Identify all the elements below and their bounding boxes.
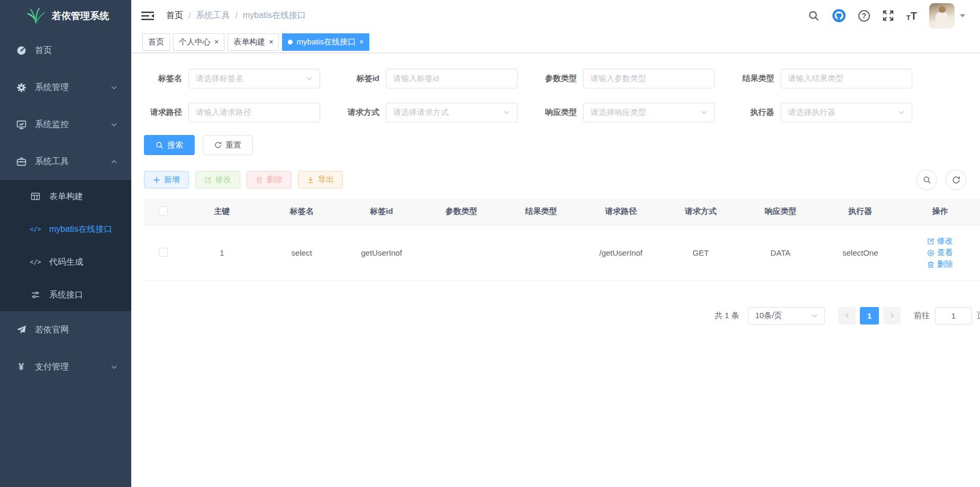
- next-page-button[interactable]: [883, 307, 901, 324]
- tag-id-input[interactable]: 请输入标签id: [386, 69, 518, 88]
- tab-label: mybatis在线接口: [296, 37, 356, 47]
- col-header-executor: 执行器: [820, 199, 900, 225]
- sidebar-item-system[interactable]: 系统管理: [0, 69, 131, 106]
- sidebar-item-label: 支付管理: [35, 362, 69, 373]
- row-delete-link[interactable]: 删除: [927, 259, 953, 269]
- show-search-icon[interactable]: [917, 169, 937, 190]
- input-placeholder: 请输入参数类型: [591, 74, 707, 84]
- form-item-tag-id: 标签id 请输入标签id: [341, 69, 518, 88]
- page-number-button[interactable]: 1: [860, 307, 879, 324]
- search-icon: [156, 141, 164, 149]
- sidebar-item-label: 系统监控: [35, 119, 69, 130]
- search-form-row-2: 请求路径 请输入请求路径 请求方式 请选择请求方式 响应类型 请选择响应类型: [144, 103, 980, 122]
- export-button-label: 导出: [318, 175, 334, 185]
- tag-name-select[interactable]: 请选择标签名: [188, 69, 320, 88]
- sidebar-item-codegen[interactable]: </> 代码生成: [0, 246, 131, 278]
- edit-button[interactable]: 修改: [195, 171, 240, 188]
- tab-profile[interactable]: 个人中心 ×: [173, 33, 224, 51]
- close-icon[interactable]: ×: [214, 38, 219, 46]
- pagination-total: 共 1 条: [714, 311, 739, 321]
- app-title: 若依管理系统: [52, 10, 109, 22]
- request-method-select[interactable]: 请选择请求方式: [386, 103, 518, 122]
- close-icon[interactable]: ×: [359, 38, 364, 46]
- download-icon: [307, 176, 314, 184]
- logo-leaf-icon: [26, 8, 46, 24]
- sidebar-item-payment[interactable]: ¥ 支付管理: [0, 348, 131, 385]
- tab-home[interactable]: 首页: [142, 33, 170, 51]
- sidebar-toggle-icon[interactable]: [141, 10, 155, 22]
- sidebar-item-official-site[interactable]: 若依官网: [0, 311, 131, 348]
- font-size-icon[interactable]: TT: [906, 11, 917, 21]
- delete-button[interactable]: 删除: [247, 171, 292, 188]
- reset-button[interactable]: 重置: [203, 135, 253, 155]
- param-type-input[interactable]: 请输入参数类型: [583, 69, 715, 88]
- goto-page-input[interactable]: 1: [935, 307, 972, 324]
- form-item-request-method: 请求方式 请选择请求方式: [341, 103, 518, 122]
- row-checkbox[interactable]: [159, 248, 168, 257]
- field-label: 参数类型: [539, 74, 583, 84]
- avatar[interactable]: [929, 3, 955, 29]
- field-label: 响应类型: [539, 107, 583, 118]
- sidebar-item-label: 系统工具: [35, 156, 69, 167]
- col-header-param-type: 参数类型: [421, 199, 501, 225]
- col-header-result-type: 结果类型: [501, 199, 581, 225]
- form-item-tag-name: 标签名 请选择标签名: [144, 69, 320, 88]
- select-placeholder: 请选择标签名: [196, 74, 306, 84]
- edit-button-label: 修改: [215, 175, 231, 185]
- table-header-row: 主键 标签名 标签id 参数类型 结果类型 请求路径 请求方式 响应类型 执行器…: [144, 199, 980, 225]
- chevron-down-icon: [306, 75, 313, 82]
- tab-label: 个人中心: [179, 37, 211, 47]
- request-path-input[interactable]: 请输入请求路径: [188, 103, 320, 122]
- cell-param-type: [421, 225, 501, 281]
- sidebar-item-form-build[interactable]: 表单构建: [0, 180, 131, 213]
- close-icon[interactable]: ×: [269, 38, 273, 46]
- sidebar-item-label: 系统接口: [49, 290, 83, 301]
- fullscreen-icon[interactable]: [882, 10, 894, 22]
- sidebar: 若依管理系统 首页 系统管理: [0, 0, 131, 487]
- code-icon: </>: [30, 258, 41, 266]
- search-actions: 搜索 重置: [144, 135, 980, 155]
- col-header-operations: 操作: [900, 199, 980, 225]
- select-placeholder: 请选择响应类型: [591, 107, 701, 118]
- tab-label: 表单构建: [233, 37, 265, 47]
- table-row[interactable]: 1 select getUserInof /getUserInof GET DA…: [144, 225, 980, 281]
- breadcrumb-current: mybatis在线接口: [243, 10, 306, 21]
- page-content: 标签名 请选择标签名 标签id 请输入标签id 参数类型 请输入参数类型: [131, 53, 980, 487]
- active-dot: [288, 40, 293, 44]
- github-icon[interactable]: [832, 8, 846, 23]
- col-header-response-type: 响应类型: [741, 199, 821, 225]
- response-type-select[interactable]: 请选择响应类型: [583, 103, 715, 122]
- top-navbar: 首页 / 系统工具 / mybatis在线接口 ? TT: [131, 0, 980, 31]
- sidebar-item-monitor[interactable]: 系统监控: [0, 106, 131, 143]
- refresh-icon: [214, 141, 222, 149]
- export-button[interactable]: 导出: [298, 171, 343, 188]
- yen-icon: ¥: [16, 362, 26, 372]
- page-size-select[interactable]: 10条/页: [748, 307, 825, 324]
- tab-mybatis[interactable]: mybatis在线接口 ×: [282, 33, 369, 51]
- sidebar-item-mybatis[interactable]: </> mybatis在线接口: [0, 213, 131, 246]
- row-edit-label: 修改: [937, 236, 953, 246]
- tab-form-build[interactable]: 表单构建 ×: [228, 33, 279, 51]
- user-menu[interactable]: [929, 3, 965, 29]
- page-unit-label: 页: [977, 311, 980, 321]
- search-icon[interactable]: [808, 10, 820, 22]
- sidebar-item-home[interactable]: 首页: [0, 32, 131, 69]
- executor-select[interactable]: 请选择执行器: [781, 103, 912, 122]
- cell-response-type: DATA: [741, 225, 821, 281]
- breadcrumb-home[interactable]: 首页: [166, 10, 183, 21]
- add-button[interactable]: 新增: [144, 171, 189, 188]
- logo-bar[interactable]: 若依管理系统: [0, 0, 131, 32]
- row-edit-link[interactable]: 修改: [927, 236, 953, 246]
- result-type-input[interactable]: 请输入结果类型: [781, 69, 912, 88]
- row-view-label: 查看: [937, 248, 953, 258]
- help-icon[interactable]: ?: [858, 10, 870, 22]
- select-all-checkbox[interactable]: [159, 206, 168, 215]
- search-button[interactable]: 搜索: [144, 135, 195, 155]
- refresh-icon[interactable]: [946, 169, 966, 190]
- row-view-link[interactable]: 查看: [927, 248, 953, 258]
- sidebar-item-tools[interactable]: 系统工具: [0, 143, 131, 180]
- goto-label: 前往: [914, 311, 930, 321]
- cell-primary-key: 1: [182, 225, 262, 281]
- sidebar-item-api[interactable]: 系统接口: [0, 278, 131, 311]
- prev-page-button[interactable]: [838, 307, 856, 324]
